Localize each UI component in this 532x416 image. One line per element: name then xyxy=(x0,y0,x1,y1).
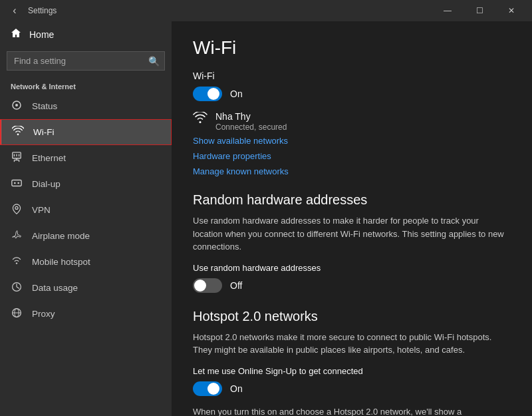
sidebar-section-title: Network & Internet xyxy=(0,77,172,93)
content-area: Wi-Fi Wi-Fi On Nha Thy Connected, secure… xyxy=(172,21,532,416)
wifi-toggle-row: On xyxy=(193,87,511,101)
search-icon: 🔍 xyxy=(148,56,160,67)
toggle-knob xyxy=(194,280,206,292)
sidebar: Home 🔍 Network & Internet Status xyxy=(0,21,172,416)
random-hw-heading: Random hardware addresses xyxy=(193,192,511,208)
hardware-props-link[interactable]: Hardware properties xyxy=(193,151,511,161)
sidebar-item-label: Wi-Fi xyxy=(33,127,54,137)
page-title: Wi-Fi xyxy=(193,37,511,59)
sidebar-item-label: Mobile hotspot xyxy=(32,257,90,267)
hotspot-icon xyxy=(11,256,23,268)
toggle-knob xyxy=(207,383,219,395)
hotspot-signin-label: Let me use Online Sign-Up to get connect… xyxy=(193,366,511,376)
hotspot-signin-toggle-row: On xyxy=(193,381,511,396)
sidebar-item-label: Ethernet xyxy=(32,153,66,163)
random-hw-label: Use random hardware addresses xyxy=(193,263,511,273)
close-button[interactable]: ✕ xyxy=(496,0,527,21)
random-hw-toggle-label: Off xyxy=(230,280,242,291)
proxy-icon xyxy=(11,308,23,320)
sidebar-item-label: Airplane mode xyxy=(32,231,90,241)
hotspot-bottom-text: When you turn this on and choose a Hotsp… xyxy=(193,405,511,416)
main-layout: Home 🔍 Network & Internet Status xyxy=(0,21,532,416)
svg-point-13 xyxy=(15,206,18,209)
vpn-icon xyxy=(11,204,23,216)
network-name: Nha Thy xyxy=(215,110,287,122)
sidebar-item-label: Data usage xyxy=(32,283,78,293)
wifi-section-label: Wi-Fi xyxy=(193,71,511,81)
wifi-toggle[interactable] xyxy=(193,87,222,101)
wifi-toggle-label: On xyxy=(230,89,243,99)
network-wifi-icon xyxy=(193,112,207,126)
network-info: Nha Thy Connected, secured xyxy=(215,110,287,132)
airplane-icon xyxy=(11,230,23,242)
sidebar-item-airplane[interactable]: Airplane mode xyxy=(0,223,172,249)
sidebar-item-home[interactable]: Home xyxy=(0,21,172,47)
random-hw-toggle[interactable] xyxy=(193,278,222,293)
sidebar-item-label: Status xyxy=(32,101,57,111)
data-usage-icon xyxy=(11,282,23,294)
sidebar-item-vpn[interactable]: VPN xyxy=(0,197,172,223)
manage-networks-link[interactable]: Manage known networks xyxy=(193,166,511,176)
hotspot-heading: Hotspot 2.0 networks xyxy=(193,309,511,324)
sidebar-item-status[interactable]: Status xyxy=(0,93,172,119)
svg-point-12 xyxy=(17,182,19,184)
sidebar-item-wifi[interactable]: Wi-Fi xyxy=(0,119,172,145)
title-bar: ‹ Settings — ☐ ✕ xyxy=(0,0,532,21)
sidebar-item-label: VPN xyxy=(32,205,51,215)
svg-rect-10 xyxy=(12,180,21,186)
sidebar-item-label: Proxy xyxy=(32,309,55,319)
wifi-icon xyxy=(12,126,24,138)
window-controls: — ☐ ✕ xyxy=(432,0,527,21)
show-networks-link[interactable]: Show available networks xyxy=(193,136,511,146)
random-hw-toggle-row: Off xyxy=(193,278,511,293)
home-icon xyxy=(11,28,21,41)
svg-point-11 xyxy=(14,182,16,184)
sidebar-item-hotspot[interactable]: Mobile hotspot xyxy=(0,249,172,275)
hotspot-signin-toggle[interactable] xyxy=(193,381,222,396)
sidebar-item-data[interactable]: Data usage xyxy=(0,275,172,301)
back-button[interactable]: ‹ xyxy=(5,1,24,20)
maximize-button[interactable]: ☐ xyxy=(464,0,495,21)
sidebar-item-proxy[interactable]: Proxy xyxy=(0,301,172,327)
ethernet-icon xyxy=(11,152,23,164)
status-icon xyxy=(11,100,23,112)
minimize-button[interactable]: — xyxy=(432,0,463,21)
app-title: Settings xyxy=(28,6,57,15)
sidebar-item-label: Dial-up xyxy=(32,179,61,189)
hotspot-signin-toggle-label: On xyxy=(230,383,243,394)
dialup-icon xyxy=(11,178,23,190)
random-hw-desc: Use random hardware addresses to make it… xyxy=(193,214,511,254)
network-item: Nha Thy Connected, secured xyxy=(193,110,511,132)
svg-point-1 xyxy=(15,104,18,106)
search-box[interactable]: 🔍 xyxy=(7,51,165,71)
toggle-knob xyxy=(207,88,219,100)
hotspot-desc: Hotspot 2.0 networks make it more secure… xyxy=(193,331,511,357)
home-label: Home xyxy=(29,29,54,40)
sidebar-item-ethernet[interactable]: Ethernet xyxy=(0,145,172,171)
sidebar-item-dialup[interactable]: Dial-up xyxy=(0,171,172,197)
search-input[interactable] xyxy=(7,51,165,71)
network-status: Connected, secured xyxy=(215,122,287,132)
